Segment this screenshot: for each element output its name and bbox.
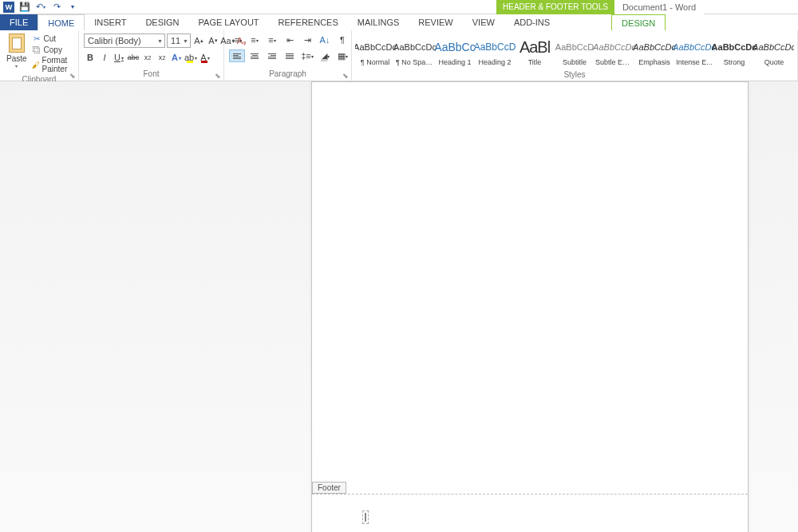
style-item[interactable]: AaBbCcDHeading 2 [475, 32, 515, 70]
save-icon[interactable]: 💾 [19, 2, 30, 13]
bold-button[interactable]: B [84, 51, 97, 64]
underline-button[interactable]: U▾ [113, 51, 125, 64]
format-painter-label: Format Painter [42, 56, 73, 73]
context-tool-label: HEADER & FOOTER TOOLS [496, 0, 614, 14]
quick-access-toolbar: W 💾 ↶▾ ↷ ▾ [0, 2, 81, 13]
format-painter-icon: 🖌 [32, 60, 40, 69]
style-name: Heading 1 [438, 58, 471, 66]
multilevel-list-button[interactable]: ≡▾ [264, 33, 280, 46]
redo-icon[interactable]: ↷ [51, 2, 62, 13]
text-effects-button[interactable]: A▾ [170, 51, 183, 64]
increase-indent-button[interactable]: ⇥ [299, 33, 315, 46]
styles-group-label: Styles [355, 70, 794, 81]
cut-button[interactable]: ✂Cut [32, 33, 73, 43]
style-item[interactable]: AaBbCcDcQuote [754, 32, 794, 70]
style-name: ¶ No Spac... [396, 58, 434, 66]
copy-button[interactable]: ⿻Copy [32, 45, 73, 54]
subscript-button[interactable]: x2 [141, 51, 154, 64]
group-styles: AaBbCcDc¶ NormalAaBbCcDc¶ No Spac...AaBb… [352, 30, 798, 81]
tab-references[interactable]: REFERENCES [269, 14, 348, 30]
word-logo-icon: W [3, 2, 14, 13]
ribbon-tabs: FILE HOME INSERT DESIGN PAGE LAYOUT REFE… [0, 14, 798, 30]
document-area: Footer [0, 81, 798, 532]
bullets-button[interactable]: ≡▾ [229, 33, 245, 46]
qat-customize-icon[interactable]: ▾ [67, 2, 78, 13]
align-left-button[interactable] [229, 49, 245, 62]
font-size-select[interactable]: 11▼ [167, 33, 191, 48]
style-item[interactable]: AaBbCcDcStrong [714, 32, 754, 70]
title-bar: W 💾 ↶▾ ↷ ▾ HEADER & FOOTER TOOLS Documen… [0, 0, 798, 14]
shrink-font-button[interactable]: A▾ [207, 34, 219, 47]
style-item[interactable]: AaBbCcDcSubtle Em... [595, 32, 634, 70]
style-name: Subtle Em... [595, 58, 634, 66]
font-name-select[interactable]: Calibri (Body)▼ [84, 33, 165, 48]
tab-home[interactable]: HOME [38, 14, 85, 30]
show-hide-button[interactable]: ¶ [334, 33, 350, 46]
style-item[interactable]: AaBbCcDcEmphasis [634, 32, 674, 70]
style-name: Subtitle [563, 58, 587, 66]
tab-page-layout[interactable]: PAGE LAYOUT [189, 14, 269, 30]
style-preview: AaBbCcDc [393, 36, 437, 58]
tab-view[interactable]: VIEW [463, 14, 504, 30]
shading-button[interactable]: ◢▾ [317, 49, 333, 62]
tab-addins[interactable]: ADD-INS [504, 14, 559, 30]
style-preview: AaBbCcDc [355, 36, 397, 58]
paragraph-launcher-icon[interactable]: ⬊ [342, 72, 350, 80]
text-cursor [365, 513, 366, 522]
style-preview: AaBbCcDc [753, 36, 794, 58]
style-preview: AaBbCcD [555, 36, 594, 58]
style-item[interactable]: AaBbCcDc¶ Normal [355, 32, 395, 70]
group-font: Calibri (Body)▼ 11▼ A▴ A▾ Aa▾ Aᵩ B I U▾ … [79, 30, 224, 81]
style-preview: AaBbCc [434, 36, 475, 58]
tab-mailings[interactable]: MAILINGS [348, 14, 409, 30]
format-painter-button[interactable]: 🖌Format Painter [32, 56, 73, 73]
style-item[interactable]: AaBbCcDc¶ No Spac... [395, 32, 435, 70]
strikethrough-button[interactable]: abc [127, 51, 140, 64]
style-preview: AaBbCcDc [633, 36, 676, 58]
font-color-button[interactable]: A▾ [199, 51, 211, 64]
style-item[interactable]: AaBbCcDSubtitle [555, 32, 595, 70]
tab-file[interactable]: FILE [0, 14, 38, 30]
grow-font-button[interactable]: A▴ [192, 34, 205, 47]
font-launcher-icon[interactable]: ⬊ [214, 72, 222, 80]
italic-button[interactable]: I [98, 51, 111, 64]
style-name: Emphasis [638, 58, 670, 66]
decrease-indent-button[interactable]: ⇤ [282, 33, 298, 46]
justify-button[interactable] [282, 49, 298, 62]
clipboard-launcher-icon[interactable]: ⬊ [69, 72, 77, 80]
style-preview: AaBbCcD [474, 36, 516, 58]
numbering-button[interactable]: ≡▾ [247, 33, 263, 46]
group-clipboard: Paste ▾ ✂Cut ⿻Copy 🖌Format Painter Clipb… [0, 30, 79, 81]
align-right-button[interactable] [264, 49, 280, 62]
document-title: Document1 - Word [614, 0, 704, 14]
paste-label: Paste [6, 54, 27, 63]
font-name-value: Calibri (Body) [88, 36, 141, 45]
paste-button[interactable]: Paste ▾ [3, 32, 30, 75]
style-name: Intense E... [676, 58, 713, 66]
ribbon: Paste ▾ ✂Cut ⿻Copy 🖌Format Painter Clipb… [0, 30, 798, 81]
style-item[interactable]: AaBbCcDcIntense E... [674, 32, 714, 70]
borders-button[interactable]: ▦▾ [334, 49, 350, 62]
page[interactable]: Footer [311, 81, 749, 532]
tab-context-design[interactable]: DESIGN [611, 14, 666, 30]
align-center-button[interactable] [247, 49, 263, 62]
tab-design[interactable]: DESIGN [136, 14, 188, 30]
style-preview: AaBl [519, 36, 550, 58]
group-paragraph: ≡▾ ≡▾ ≡▾ ⇤ ⇥ A↓ ¶ ‡≡▾ ◢▾ ▦▾ [224, 30, 352, 81]
superscript-button[interactable]: x2 [156, 51, 168, 64]
tab-review[interactable]: REVIEW [409, 14, 462, 30]
footer-separator [312, 494, 748, 495]
cut-label: Cut [44, 34, 57, 43]
context-tool-area: HEADER & FOOTER TOOLS Document1 - Word [496, 0, 704, 14]
line-spacing-button[interactable]: ‡≡▾ [299, 49, 315, 62]
style-item[interactable]: AaBlTitle [515, 32, 555, 70]
undo-icon[interactable]: ↶▾ [35, 2, 46, 13]
copy-icon: ⿻ [32, 45, 41, 54]
highlight-button[interactable]: ab▾ [184, 51, 197, 64]
style-gallery: AaBbCcDc¶ NormalAaBbCcDc¶ No Spac...AaBb… [355, 32, 794, 70]
paragraph-group-label: Paragraph [227, 69, 348, 81]
tab-insert[interactable]: INSERT [85, 14, 136, 30]
sort-button[interactable]: A↓ [317, 33, 333, 46]
footer-tag: Footer [312, 482, 346, 494]
style-item[interactable]: AaBbCcHeading 1 [435, 32, 475, 70]
